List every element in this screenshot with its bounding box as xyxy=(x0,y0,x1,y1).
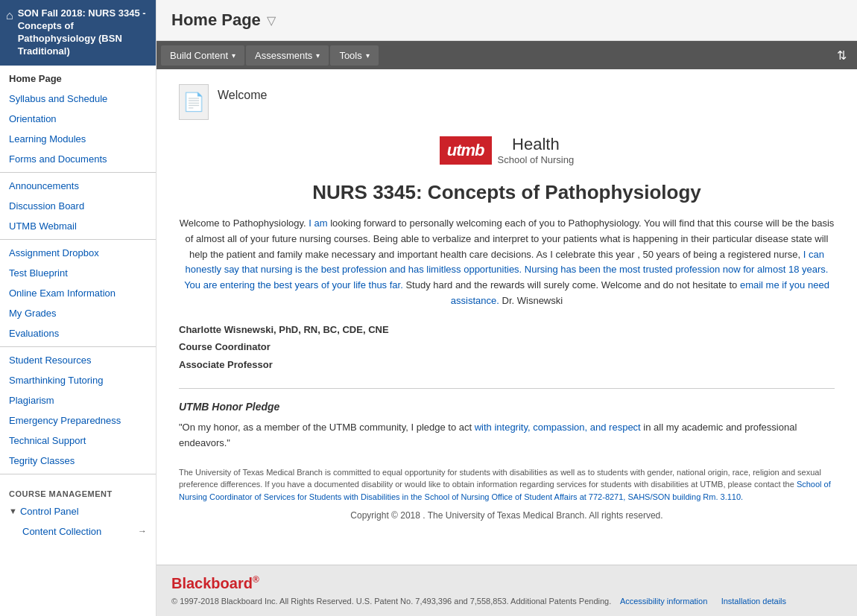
sidebar-item-orientation[interactable]: Orientation xyxy=(0,109,156,129)
sidebar-item-assignment-dropbox[interactable]: Assignment Dropbox xyxy=(0,243,156,263)
content-area: 📄 Welcome utmb Health School of Nursing … xyxy=(156,69,857,565)
home-icon: ⌂ xyxy=(6,9,13,22)
assessments-label: Assessments xyxy=(255,50,312,61)
sidebar-course-management: COURSE MANAGEMENT ▼ Control Panel Conten… xyxy=(0,474,156,542)
utmb-text-right: Health School of Nursing xyxy=(498,135,575,166)
intro-link2[interactable]: I can honestly say that nursing is the b… xyxy=(184,249,828,291)
sidebar-item-test-blueprint[interactable]: Test Blueprint xyxy=(0,263,156,283)
instructor-role: Course Coordinator xyxy=(179,338,835,355)
blackboard-logo: Blackboard® xyxy=(171,574,842,592)
sidebar-item-smarthinking[interactable]: Smarthinking Tutoring xyxy=(0,370,156,390)
sidebar-item-syllabus[interactable]: Syllabus and Schedule xyxy=(0,89,156,109)
accessibility-info-link[interactable]: Accessibility information xyxy=(620,597,707,606)
sidebar-section-resources: Student Resources Smarthinking Tutoring … xyxy=(0,347,156,474)
tools-label: Tools xyxy=(339,50,361,61)
sidebar-item-discussion-board[interactable]: Discussion Board xyxy=(0,196,156,216)
content-collection-label: Content Collection xyxy=(22,526,101,537)
bb-logo-text: Blackboard xyxy=(171,575,253,591)
honor-pledge-title: UTMB Honor Pledge xyxy=(179,401,835,413)
intro-link1[interactable]: I am xyxy=(309,217,327,229)
tools-button[interactable]: Tools ▾ xyxy=(330,45,378,66)
sidebar-item-control-panel[interactable]: ▼ Control Panel xyxy=(0,501,156,521)
build-content-button[interactable]: Build Content ▾ xyxy=(161,45,244,66)
page-header: Home Page ▽ xyxy=(156,0,857,41)
sidebar-item-content-collection[interactable]: Content Collection → xyxy=(0,521,156,542)
sidebar-section-main: Home Page Syllabus and Schedule Orientat… xyxy=(0,66,156,173)
page-title-dropdown-icon[interactable]: ▽ xyxy=(267,13,276,28)
sidebar-section-communication: Announcements Discussion Board UTMB Webm… xyxy=(0,173,156,240)
instructor-name: Charlotte Wisnewski, PhD, RN, BC, CDE, C… xyxy=(179,321,835,338)
document-icon: 📄 xyxy=(179,84,209,120)
son-link[interactable]: School of Nursing Coordinator of Service… xyxy=(179,480,831,501)
sidebar-item-online-exam-info[interactable]: Online Exam Information xyxy=(0,283,156,303)
welcome-title: Welcome xyxy=(218,84,267,102)
instructor-title: Associate Professor xyxy=(179,356,835,373)
main-footer: Blackboard® © 1997-2018 Blackboard Inc. … xyxy=(156,565,857,616)
sidebar-item-learning-modules[interactable]: Learning Modules xyxy=(0,129,156,149)
main-content: Home Page ▽ Build Content ▾ Assessments … xyxy=(156,0,857,616)
sidebar-header: ⌂ SON Fall 2018: NURS 3345 - Concepts of… xyxy=(0,0,156,66)
sidebar-item-technical-support[interactable]: Technical Support xyxy=(0,431,156,451)
copyright-text: Copyright © 2018 . The University of Tex… xyxy=(179,510,835,521)
collapse-icon: ▼ xyxy=(9,507,17,515)
sort-button[interactable]: ⇅ xyxy=(831,45,853,66)
course-management-label: COURSE MANAGEMENT xyxy=(0,482,156,501)
sidebar-item-emergency-preparedness[interactable]: Emergency Preparedness xyxy=(0,410,156,431)
sidebar-item-tegrity-classes[interactable]: Tegrity Classes xyxy=(0,451,156,471)
control-panel-label: Control Panel xyxy=(20,506,79,517)
sidebar-item-evaluations[interactable]: Evaluations xyxy=(0,323,156,343)
section-divider xyxy=(179,388,835,389)
build-content-chevron: ▾ xyxy=(232,51,235,60)
utmb-school-text: School of Nursing xyxy=(498,154,575,166)
sidebar: ⌂ SON Fall 2018: NURS 3345 - Concepts of… xyxy=(0,0,156,616)
sidebar-item-student-resources[interactable]: Student Resources xyxy=(0,350,156,370)
assessments-button[interactable]: Assessments ▾ xyxy=(246,45,329,66)
sidebar-item-homepage[interactable]: Home Page xyxy=(0,69,156,89)
arrow-right-icon: → xyxy=(138,526,147,536)
integrity-link[interactable]: with integrity, compassion, and respect xyxy=(475,422,641,433)
page-title: Home Page xyxy=(171,10,261,30)
assessments-chevron: ▾ xyxy=(316,51,320,60)
bb-trademark: ® xyxy=(253,574,259,585)
instructor-info: Charlotte Wisnewski, PhD, RN, BC, CDE, C… xyxy=(179,321,835,373)
course-title-heading: NURS 3345: Concepts of Pathophysiology xyxy=(179,181,835,204)
toolbar: Build Content ▾ Assessments ▾ Tools ▾ ⇅ xyxy=(156,41,857,69)
sidebar-item-plagiarism[interactable]: Plagiarism xyxy=(0,390,156,410)
bb-footer-copyright: © 1997-2018 Blackboard Inc. All Rights R… xyxy=(171,595,842,608)
utmb-box-text: utmb xyxy=(440,136,492,165)
utmb-health-text: Health xyxy=(498,135,575,154)
logo-container: utmb Health School of Nursing xyxy=(179,135,835,166)
accessibility-text: The University of Texas Medical Branch i… xyxy=(179,466,835,504)
email-link[interactable]: email me if you need assistance. xyxy=(451,279,829,306)
sidebar-item-utmb-webmail[interactable]: UTMB Webmail xyxy=(0,216,156,236)
sidebar-item-forms-documents[interactable]: Forms and Documents xyxy=(0,149,156,169)
tools-chevron: ▾ xyxy=(366,51,370,60)
bb-copyright-text: © 1997-2018 Blackboard Inc. All Rights R… xyxy=(171,597,611,606)
sidebar-item-my-grades[interactable]: My Grades xyxy=(0,303,156,323)
sidebar-section-assessments: Assignment Dropbox Test Blueprint Online… xyxy=(0,240,156,347)
installation-details-link[interactable]: Installation details xyxy=(721,597,786,606)
sidebar-item-announcements[interactable]: Announcements xyxy=(0,176,156,196)
sidebar-course-title: SON Fall 2018: NURS 3345 - Concepts of P… xyxy=(18,7,150,58)
welcome-item: 📄 Welcome xyxy=(179,84,835,120)
utmb-logo: utmb Health School of Nursing xyxy=(440,135,574,166)
honor-pledge-text: "On my honor, as a member of the UTMB co… xyxy=(179,420,835,451)
welcome-body-text: Welcome to Pathophysiology. I am looking… xyxy=(179,216,835,309)
build-content-label: Build Content xyxy=(170,50,228,61)
